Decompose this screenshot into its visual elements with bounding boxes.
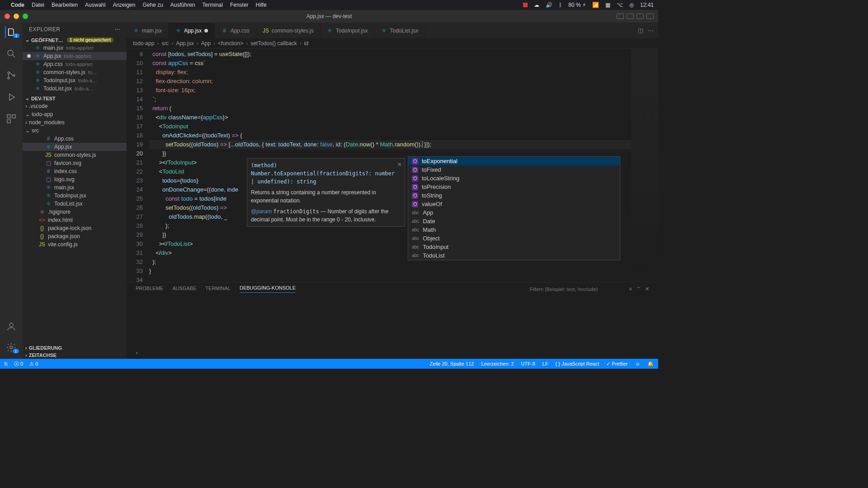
- minimap[interactable]: [631, 49, 658, 282]
- breadcrumb-item[interactable]: <function>: [218, 40, 243, 47]
- status-eol[interactable]: LF: [542, 361, 548, 366]
- suggest-item[interactable]: ⬡toFixed: [408, 165, 620, 174]
- sidebar-more-icon[interactable]: ⋯: [115, 26, 121, 33]
- panel-settings-icon[interactable]: ≡: [629, 286, 632, 292]
- file-item[interactable]: {}package-lock.json: [23, 224, 127, 232]
- activity-extensions-icon[interactable]: [5, 113, 17, 125]
- suggest-item[interactable]: abcApp: [408, 208, 620, 217]
- file-item[interactable]: #index.css: [23, 167, 127, 175]
- file-item[interactable]: #App.css: [23, 135, 127, 143]
- folder-item[interactable]: ›.vscode: [23, 102, 127, 110]
- folder-item[interactable]: ⌄src: [23, 127, 127, 135]
- suggest-widget[interactable]: ⬡toExponential⬡toFixed⬡toLocaleString⬡to…: [408, 156, 620, 260]
- breadcrumb-item[interactable]: todo-app: [133, 40, 154, 47]
- timeline-section[interactable]: › ZEITACHSE: [23, 352, 127, 359]
- layout-sidebar-icon[interactable]: [617, 14, 624, 19]
- outline-section[interactable]: › GLIEDERUNG: [23, 344, 127, 352]
- menu-file[interactable]: Datei: [32, 2, 44, 8]
- layout-secondary-icon[interactable]: [637, 14, 644, 19]
- panel-tab-terminal[interactable]: TERMINAL: [205, 286, 231, 293]
- status-errors[interactable]: ⓧ 0: [14, 361, 23, 367]
- open-editor-item[interactable]: ⚛TodoInput.jsx todo-a…: [23, 76, 127, 84]
- menu-terminal[interactable]: Terminal: [203, 2, 223, 8]
- status-cloud-icon[interactable]: ☁: [534, 2, 539, 8]
- suggest-item[interactable]: ⬡toLocaleString: [408, 174, 620, 183]
- status-bell-icon[interactable]: 🔔: [647, 361, 654, 367]
- open-editors-section[interactable]: ⌄ GEÖFFNET… 1 nicht gespeichert: [23, 36, 127, 44]
- suggest-item[interactable]: abcMath: [408, 225, 620, 234]
- file-item[interactable]: JSvite.config.js: [23, 240, 127, 249]
- status-warnings[interactable]: ⚠ 0: [29, 361, 38, 367]
- folder-item[interactable]: ⌄todo-app: [23, 110, 127, 118]
- status-cursor[interactable]: Zeile 20, Spalte 112: [430, 361, 474, 366]
- file-item[interactable]: ⚛App.jsx: [23, 143, 127, 151]
- menu-selection[interactable]: Auswahl: [85, 2, 105, 8]
- breadcrumb-item[interactable]: setTodos() callback: [250, 40, 297, 47]
- panel-collapse-icon[interactable]: ⌃: [637, 286, 641, 292]
- file-item[interactable]: ⚛main.jsx: [23, 183, 127, 192]
- layout-panel-icon[interactable]: [627, 14, 634, 19]
- breadcrumb[interactable]: todo-app›src›App.jsx›App›<function>›setT…: [127, 38, 658, 49]
- split-editor-icon[interactable]: ◫: [638, 27, 643, 34]
- activity-settings-icon[interactable]: 1: [5, 342, 17, 353]
- code-editor[interactable]: 9101112131415161718192021222324252627282…: [127, 49, 658, 282]
- minimize-window-button[interactable]: [14, 14, 19, 19]
- open-editor-item[interactable]: ⚛TodoList.jsx todo-a…: [23, 84, 127, 93]
- file-item[interactable]: ▢logo.svg: [23, 175, 127, 183]
- editor-tab[interactable]: ⚛main.jsx: [127, 23, 169, 38]
- file-item[interactable]: {}package.json: [23, 232, 127, 240]
- status-wifi-icon[interactable]: 📶: [592, 2, 599, 8]
- status-feedback-icon[interactable]: ☺: [635, 361, 640, 366]
- file-item[interactable]: ⚛TodoInput.jsx: [23, 192, 127, 200]
- hover-close-icon[interactable]: ✕: [397, 160, 402, 169]
- editor-tab[interactable]: ⚛TodoList.jsx: [374, 23, 425, 38]
- panel-tab-problems[interactable]: PROBLEME: [136, 286, 163, 293]
- panel-close-icon[interactable]: ✕: [645, 286, 649, 292]
- close-window-button[interactable]: [5, 14, 10, 19]
- status-time[interactable]: 12:41: [640, 2, 654, 8]
- open-editor-item[interactable]: ⚛App.jsx todo-app/src: [23, 52, 127, 60]
- breadcrumb-item[interactable]: src: [161, 40, 169, 47]
- suggest-item[interactable]: abcObject: [408, 234, 620, 243]
- project-section[interactable]: ⌄ DEV-TEST: [23, 94, 127, 102]
- panel-tab-debug-console[interactable]: DEBUGGING-KONSOLE: [240, 285, 296, 293]
- status-battery[interactable]: 80 % ⚡︎: [568, 2, 586, 8]
- activity-debug-icon[interactable]: [5, 91, 17, 103]
- editor-tab[interactable]: ⚛TodoInput.jsx: [321, 23, 375, 38]
- open-editor-item[interactable]: ⚛App.css todo-app/src: [23, 60, 127, 68]
- folder-item[interactable]: ›node_modules: [23, 118, 127, 127]
- editor-tab[interactable]: ⚛App.jsx: [169, 23, 215, 38]
- status-siri-icon[interactable]: ◎: [629, 2, 634, 8]
- panel-filter-input[interactable]: [530, 286, 620, 292]
- status-remote-icon[interactable]: ⎘: [5, 361, 8, 366]
- editor-more-icon[interactable]: ⋯: [648, 27, 654, 34]
- status-rec-icon[interactable]: [523, 3, 528, 7]
- file-item[interactable]: <>index.html: [23, 216, 127, 224]
- activity-search-icon[interactable]: [5, 48, 17, 60]
- file-item[interactable]: ≡.hgignore: [23, 208, 127, 216]
- open-editor-item[interactable]: ⚛main.jsx todo-app/src: [23, 44, 127, 52]
- status-speaker-icon[interactable]: 🔊: [546, 2, 552, 8]
- suggest-item[interactable]: ⬡toPrecision: [408, 183, 620, 191]
- panel-tab-output[interactable]: AUSGABE: [172, 286, 196, 293]
- status-language[interactable]: { } JavaScript React: [556, 361, 599, 366]
- menu-window[interactable]: Fenster: [230, 2, 249, 8]
- file-item[interactable]: ▢favicon.svg: [23, 159, 127, 167]
- editor-tab[interactable]: JScommon-styles.js: [256, 23, 321, 38]
- status-bluetooth-icon[interactable]: ᛒ: [559, 2, 562, 8]
- menu-help[interactable]: Hilfe: [256, 2, 267, 8]
- zoom-window-button[interactable]: [23, 14, 28, 19]
- menu-go[interactable]: Gehe zu: [142, 2, 163, 8]
- status-spaces[interactable]: Leerzeichen: 2: [481, 361, 514, 366]
- activity-explorer-icon[interactable]: 1: [5, 26, 17, 38]
- status-prettier[interactable]: ✓ Prettier: [606, 361, 628, 367]
- suggest-item[interactable]: abcTodoList: [408, 251, 620, 260]
- suggest-item[interactable]: ⬡toExponential: [408, 157, 620, 165]
- debug-prompt-icon[interactable]: ›: [136, 349, 137, 356]
- menu-view[interactable]: Anzeigen: [113, 2, 135, 8]
- breadcrumb-item[interactable]: id: [304, 40, 308, 47]
- file-item[interactable]: JScommon-styles.js: [23, 151, 127, 159]
- suggest-item[interactable]: abcDate: [408, 217, 620, 225]
- menu-app-name[interactable]: Code: [11, 2, 24, 8]
- editor-tab[interactable]: #App.css: [215, 23, 256, 38]
